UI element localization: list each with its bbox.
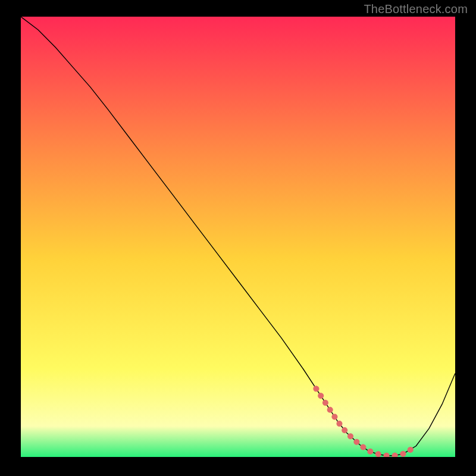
chart-container: TheBottleneck.com (0, 0, 476, 476)
plot-svg (21, 17, 455, 457)
watermark-text: TheBottleneck.com (364, 2, 468, 16)
plot-area (21, 17, 455, 457)
